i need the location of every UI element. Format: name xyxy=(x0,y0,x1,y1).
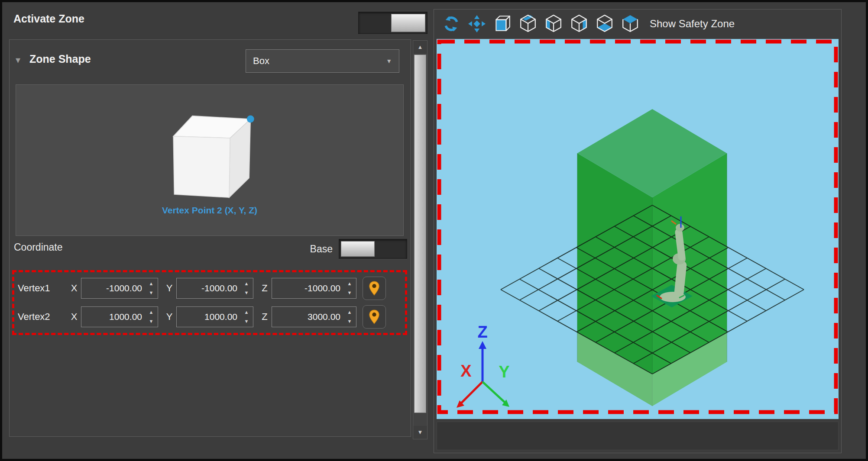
view-left-icon xyxy=(545,14,562,33)
scrollbar-up-button[interactable]: ▲ xyxy=(413,41,427,54)
vertex1-z-field: ▲▼ xyxy=(272,278,356,299)
zone-shape-dropdown-value: Box xyxy=(253,55,269,67)
vertex1-y-label: Y xyxy=(164,283,175,294)
scrollbar-down-button[interactable]: ▼ xyxy=(413,426,427,439)
view-right-button[interactable] xyxy=(570,14,589,33)
vertex2-row: Vertex2 X ▲▼ Y ▲▼ Z ▲▼ xyxy=(18,305,402,329)
vertex1-z-label: Z xyxy=(259,283,270,294)
vertex2-x-label: X xyxy=(69,311,79,322)
vertex-inputs-highlight: Vertex1 X ▲▼ Y ▲▼ Z ▲▼ xyxy=(12,270,407,335)
vertex2-z-label: Z xyxy=(259,311,270,322)
map-pin-icon xyxy=(369,309,380,324)
spin-down-button[interactable]: ▼ xyxy=(344,288,355,297)
vertex2-y-label: Y xyxy=(164,311,175,322)
base-label: Base xyxy=(310,243,333,255)
scrollbar-track[interactable]: ▲ ▼ xyxy=(413,40,428,439)
spin-down-button[interactable]: ▼ xyxy=(344,317,355,326)
z-axis-label: Z xyxy=(477,323,487,341)
zone-shape-illustration: Vertex Point 2 (X, Y, Z) xyxy=(16,84,404,236)
vertex1-x-label: X xyxy=(69,283,79,294)
spin-up-button[interactable]: ▲ xyxy=(344,308,355,317)
vertex1-x-field: ▲▼ xyxy=(81,278,158,299)
vertex2-y-field: ▲▼ xyxy=(176,306,253,327)
spin-up-button[interactable]: ▲ xyxy=(241,308,252,317)
spin-down-button[interactable]: ▼ xyxy=(241,317,252,326)
box-shape-image xyxy=(140,91,279,204)
spin-up-button[interactable]: ▲ xyxy=(146,279,157,288)
vertex2-z-field: ▲▼ xyxy=(272,306,356,327)
base-coordinate-toggle[interactable] xyxy=(339,239,407,259)
vertex2-x-field: ▲▼ xyxy=(81,306,158,327)
illustration-caption: Vertex Point 2 (X, Y, Z) xyxy=(16,205,403,216)
safety-zone-window: Activate Zone ▾ Zone Shape Box ▼ Vertex … xyxy=(0,0,868,461)
zone-shape-label: Zone Shape xyxy=(29,53,91,65)
show-safety-zone-label: Show Safety Zone xyxy=(650,18,735,30)
base-coordinate-group: Base xyxy=(310,239,407,259)
vertex1-label: Vertex1 xyxy=(18,283,69,294)
view-top-icon xyxy=(622,14,639,33)
vertex1-pick-position-button[interactable] xyxy=(363,277,386,300)
view-front-button[interactable] xyxy=(493,14,512,33)
view-back-icon xyxy=(519,14,537,33)
vertex2-label: Vertex2 xyxy=(18,311,69,322)
x-axis-label: X xyxy=(460,362,472,380)
zone-shape-dropdown[interactable]: Box ▼ xyxy=(246,49,399,73)
view-bottom-button[interactable] xyxy=(595,14,614,33)
vertex2-pick-position-button[interactable] xyxy=(363,305,386,329)
vertex1-row: Vertex1 X ▲▼ Y ▲▼ Z ▲▼ xyxy=(18,276,402,300)
pan-view-icon xyxy=(468,15,486,32)
view-back-button[interactable] xyxy=(518,14,538,33)
collapse-arrow-icon[interactable]: ▾ xyxy=(16,55,20,66)
spin-down-button[interactable]: ▼ xyxy=(146,288,157,297)
view-right-icon xyxy=(570,14,588,33)
viewport-toolbar: Show Safety Zone xyxy=(434,10,841,38)
coordinate-label: Coordinate xyxy=(14,242,63,253)
rotate-view-icon xyxy=(443,15,460,32)
view-left-button[interactable] xyxy=(544,14,563,33)
viewport-panel: Show Safety Zone xyxy=(434,9,842,453)
spin-down-button[interactable]: ▼ xyxy=(241,288,252,297)
zone-settings-group: ▾ Zone Shape Box ▼ Vertex Point 2 (X, Y,… xyxy=(9,39,411,437)
3d-scene: Z X Y xyxy=(437,39,839,419)
y-axis-label: Y xyxy=(499,363,509,381)
map-pin-icon xyxy=(369,281,380,296)
page-title: Activate Zone xyxy=(13,13,84,25)
activate-zone-toggle[interactable] xyxy=(358,12,428,34)
rotate-view-button[interactable] xyxy=(442,14,461,33)
viewport-bottom-strip xyxy=(437,422,839,450)
scrollbar-thumb[interactable] xyxy=(414,55,426,413)
view-bottom-icon xyxy=(596,14,613,33)
view-top-button[interactable] xyxy=(621,14,640,33)
view-front-icon xyxy=(494,14,511,33)
spin-up-button[interactable]: ▲ xyxy=(241,279,252,288)
vertex2-dot xyxy=(247,116,254,123)
spin-up-button[interactable]: ▲ xyxy=(344,279,355,288)
activate-zone-toggle-knob xyxy=(391,14,425,32)
spin-down-button[interactable]: ▼ xyxy=(146,317,157,326)
spin-up-button[interactable]: ▲ xyxy=(146,308,157,317)
base-toggle-knob xyxy=(341,241,375,257)
3d-viewport-canvas[interactable]: Z X Y xyxy=(437,39,839,419)
chevron-down-icon: ▼ xyxy=(386,58,392,64)
pan-view-button[interactable] xyxy=(467,14,486,33)
vertex1-y-field: ▲▼ xyxy=(176,278,253,299)
